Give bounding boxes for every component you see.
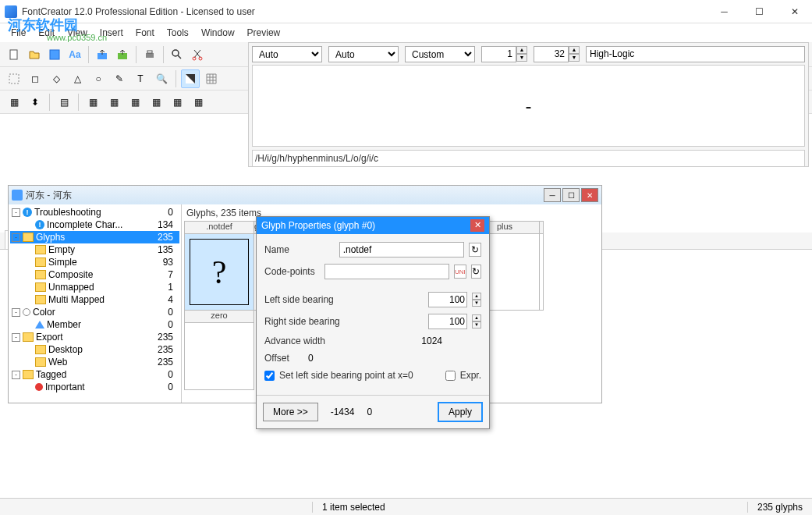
name-input[interactable] — [339, 242, 464, 258]
lsb-up[interactable]: ▲ — [472, 293, 481, 300]
tree-item-multimapped[interactable]: Multi Mapped4 — [10, 293, 179, 306]
save-button[interactable] — [45, 45, 64, 64]
minimize-button[interactable]: ─ — [707, 0, 742, 23]
tree-item-glyphs[interactable]: -Glyphs235 — [10, 231, 179, 243]
tree-item-color[interactable]: -Color0 — [10, 306, 179, 318]
grid-btn5[interactable]: ▦ — [168, 93, 186, 112]
edit-tool3[interactable]: △ — [68, 69, 87, 88]
contrast-tool[interactable] — [181, 69, 200, 88]
rsb-down[interactable]: ▼ — [472, 321, 481, 329]
spin-up[interactable]: ▲ — [516, 46, 527, 54]
tree-item-incompletechar[interactable]: !Incomplete Char...134 — [10, 218, 179, 231]
menu-font[interactable]: Font — [129, 26, 161, 40]
preview-panel: Auto Auto Custom ▲▼ ▲▼ - /H/i/g/h/hyphen… — [248, 42, 809, 167]
spin-up[interactable]: ▲ — [569, 46, 580, 54]
subwin-close[interactable]: ✕ — [581, 188, 598, 202]
dialog-title-text: Glyph Properties (glyph #0) — [261, 220, 470, 231]
zoom-tool[interactable]: 🔍 — [152, 69, 171, 88]
dialog-titlebar[interactable]: Glyph Properties (glyph #0) ✕ — [257, 217, 489, 234]
subwin-titlebar[interactable]: 河东 - 河东 ─ ☐ ✕ — [9, 186, 601, 204]
preview-mode[interactable]: Custom — [405, 46, 475, 62]
rsb-label: Right side bearing — [264, 316, 366, 327]
preview-zoom1[interactable]: Auto — [252, 46, 322, 62]
lsb-check-label: Set left side bearing point at x=0 — [279, 370, 413, 381]
font-button[interactable]: Aa — [66, 45, 84, 64]
tree-item-empty[interactable]: Empty135 — [10, 243, 179, 256]
preview-val1[interactable] — [481, 46, 516, 62]
lsb-input[interactable] — [428, 292, 467, 307]
subwin-minimize[interactable]: ─ — [544, 188, 561, 202]
svg-rect-1 — [50, 50, 59, 59]
maximize-button[interactable]: ☐ — [742, 0, 777, 23]
edit-tool4[interactable]: ○ — [89, 69, 108, 88]
tree-panel: -!Troubleshooting0!Incomplete Char...134… — [9, 204, 182, 403]
foot-n2: 0 — [367, 407, 372, 417]
grid-btn4[interactable]: ▦ — [147, 93, 165, 112]
cut-button[interactable] — [188, 45, 207, 64]
menu-tools[interactable]: Tools — [161, 26, 195, 40]
preview-text-input[interactable] — [586, 46, 805, 62]
edit-tool6[interactable]: T — [131, 69, 150, 88]
tree-item-important[interactable]: Important0 — [10, 381, 179, 393]
lsb-checkbox[interactable] — [264, 371, 275, 381]
export2-button[interactable] — [113, 45, 132, 64]
tree-item-simple[interactable]: Simple93 — [10, 256, 179, 268]
tree-item-web[interactable]: Web235 — [10, 356, 179, 368]
select-tool[interactable] — [5, 69, 23, 88]
spin-down[interactable]: ▼ — [516, 54, 527, 62]
tree-item-troubleshooting[interactable]: -!Troubleshooting0 — [10, 206, 179, 218]
aw-label: Advance width — [264, 336, 366, 346]
apply-button[interactable]: Apply — [438, 402, 483, 422]
preview-val2[interactable] — [534, 46, 569, 62]
spin-down[interactable]: ▼ — [569, 54, 580, 62]
svg-rect-4 — [146, 53, 154, 58]
edit-tool2[interactable]: ◇ — [47, 69, 66, 88]
codepoints-input[interactable] — [324, 264, 449, 279]
unicode-icon[interactable]: UNI — [454, 265, 466, 279]
grid-btn1[interactable]: ▦ — [83, 93, 102, 112]
svg-point-6 — [172, 50, 179, 56]
subwin-title-text: 河东 - 河东 — [26, 189, 541, 202]
codepoints-label: Code-points — [264, 266, 320, 277]
tree-item-composite[interactable]: Composite7 — [10, 268, 179, 281]
window-controls: ─ ☐ ✕ — [707, 0, 812, 23]
offset-value: 0 — [308, 353, 314, 364]
tree-item-member[interactable]: Member0 — [10, 318, 179, 331]
export1-button[interactable] — [93, 45, 112, 64]
find-button[interactable] — [168, 45, 186, 64]
glyph-cell-.notdef[interactable]: .notdef? — [184, 221, 254, 311]
grid-btn6[interactable]: ▦ — [189, 93, 207, 112]
rsb-input[interactable] — [428, 314, 467, 329]
subwin-maximize[interactable]: ☐ — [562, 188, 580, 202]
dialog-close-button[interactable]: ✕ — [470, 219, 484, 232]
glyph-cell-7[interactable] — [539, 221, 544, 311]
open-button[interactable] — [25, 45, 44, 64]
grid-btn2[interactable]: ▦ — [105, 93, 123, 112]
tree-item-tagged[interactable]: -Tagged0 — [10, 368, 179, 381]
preview-zoom2[interactable]: Auto — [328, 46, 399, 62]
expr-checkbox[interactable] — [445, 371, 456, 381]
status-selection: 1 item selected — [312, 502, 395, 513]
svg-rect-0 — [10, 50, 17, 59]
tree-item-unmapped[interactable]: Unmapped1 — [10, 281, 179, 293]
tree-item-export[interactable]: -Export235 — [10, 331, 179, 343]
close-button[interactable]: ✕ — [777, 0, 812, 23]
lsb-down[interactable]: ▼ — [472, 300, 481, 307]
codepoints-refresh-icon[interactable]: ↻ — [471, 265, 481, 279]
glyph-cell-zero[interactable]: zero — [184, 310, 254, 390]
print-button[interactable] — [140, 45, 159, 64]
table-btn1[interactable]: ▦ — [5, 93, 23, 112]
table-btn2[interactable]: ⬍ — [26, 93, 44, 112]
grid-btn3[interactable]: ▦ — [126, 93, 144, 112]
table-btn3[interactable]: ▤ — [55, 93, 73, 112]
tree-item-desktop[interactable]: Desktop235 — [10, 343, 179, 356]
grid-tool[interactable] — [202, 69, 221, 88]
name-refresh-icon[interactable]: ↻ — [469, 243, 481, 257]
edit-tool1[interactable]: ◻ — [26, 69, 44, 88]
edit-tool5[interactable]: ✎ — [110, 69, 129, 88]
rsb-up[interactable]: ▲ — [472, 314, 481, 321]
menu-window[interactable]: Window — [195, 26, 241, 40]
new-button[interactable] — [5, 45, 23, 64]
more-button[interactable]: More >> — [263, 403, 318, 421]
menu-preview[interactable]: Preview — [241, 26, 287, 40]
